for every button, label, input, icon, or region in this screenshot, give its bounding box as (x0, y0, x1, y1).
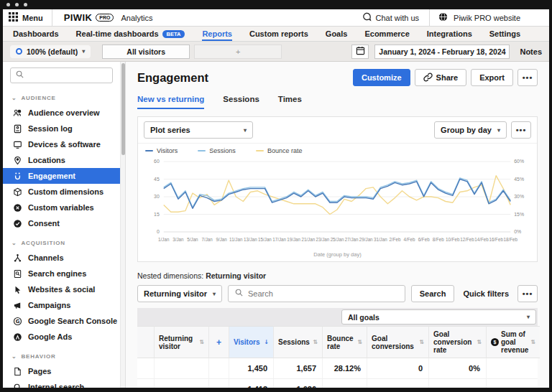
sidebar-section-acquisition[interactable]: ⌄ACQUISITION (3, 231, 120, 250)
plot-series-dropdown[interactable]: Plot series ▾ (144, 121, 253, 139)
sidebar-item-consent[interactable]: Consent (3, 215, 120, 231)
legend-item-bounce-rate[interactable]: Bounce rate (256, 147, 303, 154)
sidebar-item-custom-dimensions[interactable]: Custom dimensions (3, 184, 120, 200)
sidebar-section-title: ACQUISITION (22, 240, 65, 246)
sidebar-search[interactable] (10, 67, 113, 83)
window-control-dot[interactable] (15, 3, 19, 6)
nav-item-goals[interactable]: Goals (326, 27, 348, 41)
sidebar-item-label: Google Search Console (28, 317, 117, 325)
piwik-website-link[interactable]: Piwik PRO website (429, 9, 549, 26)
consent-icon (12, 218, 22, 228)
column-header-add[interactable]: + (209, 326, 229, 358)
brand-product: Analytics (121, 14, 152, 22)
table-row[interactable]: 1,4131,036 (137, 379, 538, 388)
menu-button[interactable]: Menu (3, 9, 52, 26)
tab-times[interactable]: Times (278, 95, 302, 109)
ellipsis-icon: ••• (516, 126, 527, 134)
group-by-dropdown[interactable]: Group by day ▾ (434, 121, 507, 139)
legend-item-sessions[interactable]: Sessions (198, 147, 236, 154)
sidebar-item-channels[interactable]: Channels (3, 250, 120, 266)
segment-all-visitors[interactable]: All visitors (102, 45, 190, 59)
sidebar-item-search-engines[interactable]: Search engines (3, 266, 120, 281)
svg-text:14/Feb: 14/Feb (474, 237, 489, 242)
sidebar-item-engagement[interactable]: Engagement (3, 168, 120, 184)
variable-icon (12, 202, 22, 213)
column-header-sessions[interactable]: Sessions⇅ (274, 326, 323, 358)
nested-dimensions: Nested dimensions: Returning visitor (137, 271, 538, 280)
nav-item-dashboards[interactable]: Dashboards (13, 27, 59, 41)
svg-text:16/Feb: 16/Feb (489, 237, 503, 242)
quick-filters-button[interactable]: Quick filters (460, 289, 512, 298)
window-control-dot[interactable] (24, 3, 27, 6)
sidebar-item-websites-social[interactable]: Websites & social (3, 281, 120, 297)
add-segment-button[interactable]: + (194, 45, 282, 59)
nav-item-reports[interactable]: Reports (202, 27, 232, 41)
sidebar-scrollbar[interactable] (120, 62, 126, 388)
column-header-expander[interactable] (137, 326, 155, 358)
sidebar-item-label: Audience overview (28, 108, 100, 117)
report-toolbar: 100% (default) ▾ All visitors + January … (3, 42, 549, 62)
nav-item-label: Integrations (427, 29, 472, 38)
sample-rate-selector[interactable]: 100% (default) ▾ (10, 45, 91, 58)
more-actions-button[interactable]: ••• (518, 69, 538, 86)
notes-button[interactable]: Notes (520, 47, 542, 56)
nav-item-label: Custom reports (249, 29, 308, 38)
filter-more-button[interactable]: ••• (518, 285, 538, 302)
sidebar-item-audience-overview[interactable]: Audience overview (3, 105, 120, 121)
export-button[interactable]: Export (471, 69, 513, 86)
svg-text:31/Jan: 31/Jan (374, 237, 387, 242)
table-searchbox[interactable] (228, 285, 405, 302)
calendar-button[interactable] (351, 45, 369, 59)
column-label: Goal conversions (372, 335, 417, 350)
column-header-visitors[interactable]: Visitors↓ (229, 326, 274, 358)
sidebar-item-label: Campaigns (28, 301, 70, 309)
column-header-bounce-rate[interactable]: Bounce rate⇅ (323, 326, 367, 358)
table-row[interactable]: 1,4501,65728.12%00% (137, 358, 538, 379)
chart-more-button[interactable]: ••• (511, 121, 531, 139)
date-range-picker[interactable]: January 1, 2024 - February 18, 2024 (374, 45, 510, 59)
window-controls[interactable] (6, 3, 27, 6)
nav-item-integrations[interactable]: Integrations (427, 27, 472, 41)
legend-label: Visitors (157, 147, 178, 154)
legend-item-visitors[interactable]: Visitors (145, 147, 178, 154)
svg-text:3/Jan: 3/Jan (172, 237, 184, 242)
dimension-dropdown[interactable]: Returning visitor ▾ (137, 285, 222, 302)
chat-with-us-link[interactable]: Chat with us (352, 9, 430, 26)
sidebar-section-behavior[interactable]: ⌄BEHAVIOR (3, 345, 120, 363)
chevron-down-icon: ▾ (527, 314, 530, 320)
sidebar-section-audience[interactable]: ⌄AUDIENCE (3, 86, 120, 105)
all-goals-dropdown[interactable]: All goals ▾ (341, 309, 536, 325)
sidebar-item-google-search-console[interactable]: GGoogle Search Console (3, 313, 120, 329)
svg-text:21/Jan: 21/Jan (301, 237, 315, 242)
sidebar-item-campaigns[interactable]: Campaigns (3, 297, 120, 313)
column-header-goal-conversion-rate[interactable]: Goal conversion rate⇅ (429, 326, 487, 358)
sidebar-item-custom-variables[interactable]: Custom variables (3, 200, 120, 215)
window-control-dot[interactable] (6, 3, 10, 6)
sidebar-item-pages[interactable]: Pages (3, 363, 120, 379)
share-button[interactable]: Share (415, 69, 467, 86)
nav-item-real-time-dashboards[interactable]: Real-time dashboardsBETA (76, 27, 185, 41)
nav-item-settings[interactable]: Settings (489, 27, 520, 41)
line-chart[interactable]: 00%1515%3030%4545%6060%1/Jan3/Jan5/Jan7/… (139, 157, 535, 248)
column-header-sum-of-goal-revenue[interactable]: $Sum of goal revenue⇅ (487, 326, 540, 358)
column-label: Returning visitor (159, 335, 197, 350)
sidebar-item-label: Custom dimensions (28, 187, 104, 196)
search-button[interactable]: Search (411, 285, 455, 302)
sidebar-item-locations[interactable]: Locations (3, 152, 120, 168)
sidebar-search-input[interactable] (28, 71, 108, 80)
sidebar-item-session-log[interactable]: Session log (3, 121, 120, 136)
column-label: Bounce rate (327, 335, 355, 350)
scrollbar-thumb[interactable] (121, 63, 125, 155)
nav-item-custom-reports[interactable]: Custom reports (249, 27, 308, 41)
column-header-goal-conversions[interactable]: Goal conversions⇅ (367, 326, 429, 358)
sidebar-item-google-ads[interactable]: Google Ads (3, 329, 120, 345)
column-header-returning-visitor[interactable]: Returning visitor⇅ (155, 326, 209, 358)
tab-sessions[interactable]: Sessions (223, 95, 259, 109)
table-search-input[interactable] (248, 289, 399, 298)
chat-label: Chat with us (376, 14, 420, 22)
sidebar-item-devices-software[interactable]: Devices & software (3, 136, 120, 152)
tab-new-vs-returning[interactable]: New vs returning (137, 95, 204, 109)
nav-item-ecommerce[interactable]: Ecommerce (364, 27, 409, 41)
sidebar-item-internal-search[interactable]: Internal search (3, 379, 120, 388)
customize-button[interactable]: Customize (353, 69, 410, 86)
